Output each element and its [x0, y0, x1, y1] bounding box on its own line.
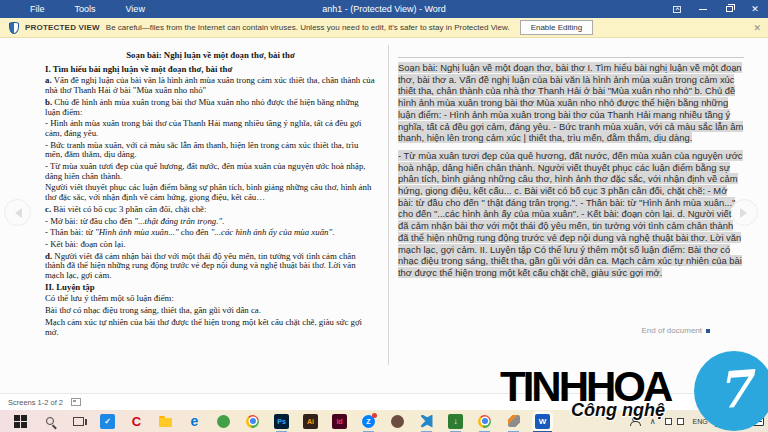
paragraph[interactable]: c. Bài viết có bố cục 3 phần cân đối, ch…	[45, 205, 376, 215]
paragraph[interactable]: - Bức tranh mùa xuân, với cả màu sắc lẫn…	[45, 141, 376, 160]
indesign-icon[interactable]: Id	[332, 414, 347, 429]
paragraph[interactable]: Soạn bài: Nghị luận về một đoạn thơ, bài…	[45, 51, 376, 61]
window-controls: ✕	[664, 0, 768, 18]
word-window: File Tools View anh1 - (Protected View) …	[0, 0, 768, 432]
paragraph[interactable]: Bài thơ có nhạc điệu trong sáng, thiết t…	[45, 306, 376, 316]
restore-icon	[726, 6, 733, 12]
paragraph[interactable]: - Thân bài: từ "Hình ảnh mùa xuân..." ch…	[45, 228, 376, 238]
paragraph[interactable]: I. Tìm hiểu bài nghị luận về một đoạn th…	[45, 65, 376, 75]
file-explorer-icon[interactable]	[158, 414, 173, 429]
close-icon: ✕	[751, 5, 759, 14]
edge-icon[interactable]: e	[187, 414, 202, 429]
design-tool-icon[interactable]	[506, 414, 521, 429]
paragraph[interactable]: II. Luyện tập	[45, 283, 376, 293]
ribbon-display-options-icon	[673, 6, 681, 13]
selected-paragraph[interactable]: Soạn bài: Nghị luận về một đoạn thơ, bài…	[398, 62, 744, 144]
shield-icon	[9, 22, 19, 34]
search-button[interactable]	[42, 414, 57, 429]
browser-icon[interactable]	[477, 414, 492, 429]
end-of-document-label: End of document	[642, 326, 702, 335]
menu-tools[interactable]: Tools	[60, 0, 111, 18]
chevron-left-icon	[10, 208, 22, 218]
chevron-right-icon	[740, 208, 752, 218]
page-layout-icon[interactable]	[71, 398, 81, 406]
protected-view-label: PROTECTED VIEW	[25, 23, 100, 32]
menu-file[interactable]: File	[15, 0, 60, 18]
chrome-icon[interactable]	[245, 414, 260, 429]
paragraph[interactable]: Người viết thuyết phục các luận điểm bằn…	[45, 183, 376, 202]
right-page-text[interactable]: Soạn bài: Nghị luận về một đoạn thơ, bài…	[398, 62, 744, 285]
ribbon-display-options-button[interactable]	[664, 0, 690, 18]
watermark-tagline: Công nghệ	[571, 400, 665, 421]
selected-paragraph[interactable]: - Từ mùa xuân tươi đẹp của quê hương, đấ…	[398, 150, 744, 279]
paragraph[interactable]: Mạch cảm xúc tự nhiên của bài thơ được t…	[45, 318, 376, 337]
window-title: anh1 - (Protected View) - Word	[322, 4, 446, 14]
app-icon[interactable]	[390, 414, 405, 429]
left-page-text: Soạn bài: Nghị luận về một đoạn thơ, bài…	[45, 51, 376, 339]
title-bar: File Tools View anh1 - (Protected View) …	[0, 0, 768, 18]
end-of-document-marker: End of document	[642, 326, 710, 335]
paragraph[interactable]: - Kết bài: đoạn còn lại.	[45, 240, 376, 250]
illustrator-icon[interactable]: Ai	[303, 414, 318, 429]
tray-app-icon[interactable]	[665, 418, 672, 425]
protected-view-bar: PROTECTED VIEW Be careful—files from the…	[0, 18, 768, 38]
document-area: Soạn bài: Nghị luận về một đoạn thơ, bài…	[0, 39, 768, 393]
menu-view[interactable]: View	[111, 0, 160, 18]
previous-screen-button[interactable]	[4, 199, 31, 226]
tray-app-icon[interactable]	[677, 418, 684, 425]
checkmark-app-icon[interactable]: ✓	[100, 414, 115, 429]
task-view-button[interactable]	[71, 414, 86, 429]
dismiss-bar-icon[interactable]: ✕	[753, 23, 761, 33]
start-button[interactable]	[13, 414, 28, 429]
page-divider	[388, 45, 389, 365]
word-icon[interactable]: W	[535, 414, 550, 429]
paragraph[interactable]: - Từ mùa xuân tươi đẹp của quê hương, đấ…	[45, 162, 376, 181]
paragraph[interactable]: - Mở bài: từ đầu cho đến "...thật đáng t…	[45, 217, 376, 227]
paragraph[interactable]: d. Người viết đã cảm nhận bài thơ với mộ…	[45, 252, 376, 281]
watermark-circle: 7	[694, 351, 768, 431]
next-screen-button[interactable]	[731, 199, 758, 226]
protected-view-message: Be careful—files from the Internet can c…	[106, 23, 510, 32]
watermark-number: 7	[715, 358, 754, 419]
download-manager-icon[interactable]: ↓	[448, 414, 463, 429]
paragraph[interactable]: b. Chủ đề hình ảnh mùa xuân trong bài th…	[45, 98, 376, 117]
coccoc-browser-icon[interactable]	[216, 414, 231, 429]
vscode-icon[interactable]	[419, 414, 434, 429]
ccleaner-icon[interactable]: C	[129, 414, 144, 429]
paragraph[interactable]: - Hình ảnh mùa xuân trong bài thơ của Th…	[45, 119, 376, 138]
minimize-icon	[699, 9, 707, 10]
enable-editing-button[interactable]: Enable Editing	[520, 20, 594, 35]
zalo-icon[interactable]: Z	[361, 414, 376, 429]
close-button[interactable]: ✕	[742, 0, 768, 18]
paragraph[interactable]: a. Vấn đề nghị luận của bài văn là hình …	[45, 76, 376, 95]
end-of-document-icon	[706, 329, 710, 333]
right-page-top-rule	[398, 57, 744, 58]
photoshop-icon[interactable]: Ps	[274, 414, 289, 429]
restore-button[interactable]	[716, 0, 742, 18]
paragraph[interactable]: Có thể lưu ý thêm một số luận điểm:	[45, 294, 376, 304]
minimize-button[interactable]	[690, 0, 716, 18]
screens-indicator[interactable]: Screens 1-2 of 2	[8, 398, 63, 407]
taskbar-icons: ✓CePsAiIdZ↓W	[6, 414, 557, 429]
